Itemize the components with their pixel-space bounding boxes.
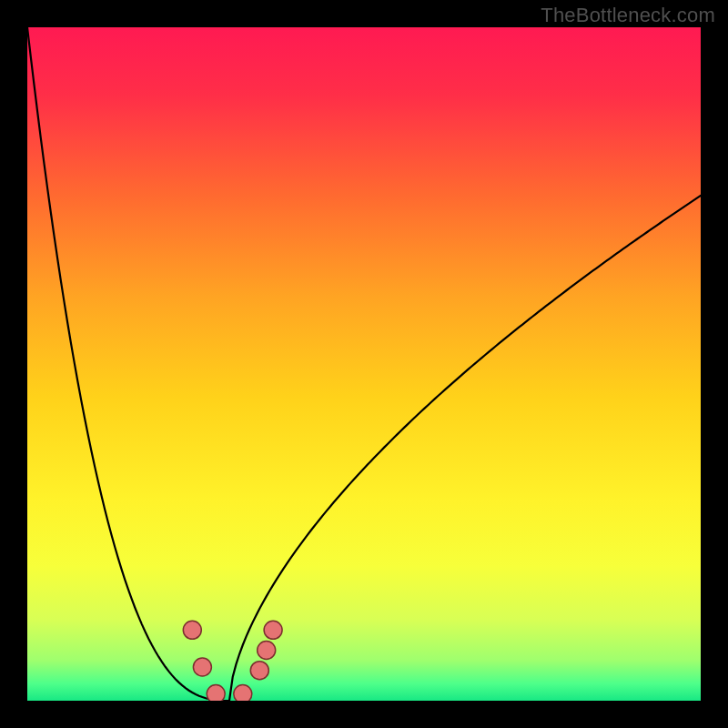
data-marker [250,662,268,680]
data-marker [264,621,282,639]
data-marker [193,658,211,676]
data-marker [207,685,225,701]
data-marker [234,685,252,701]
chart-frame: TheBottleneck.com [0,0,728,728]
watermark-text: TheBottleneck.com [541,4,715,27]
data-marker [258,642,276,660]
data-marker [183,621,201,639]
bottleneck-chart [27,27,701,701]
gradient-background [27,27,701,701]
